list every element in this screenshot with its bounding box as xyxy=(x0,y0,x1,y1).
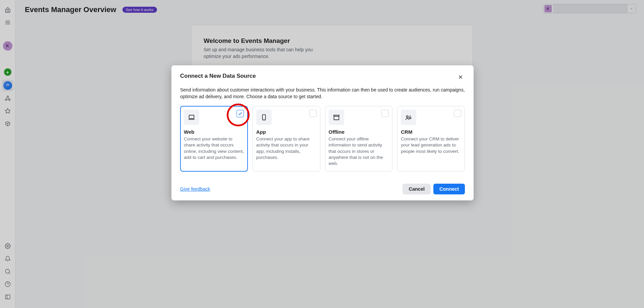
option-app-desc: Connect your app to share activity that … xyxy=(256,136,317,161)
option-crm-desc: Connect your CRM to deliver your lead ge… xyxy=(401,136,461,155)
close-icon xyxy=(458,74,464,80)
option-app-title: App xyxy=(256,129,317,135)
option-app-checkbox[interactable] xyxy=(309,110,317,117)
store-icon xyxy=(329,110,344,125)
check-icon xyxy=(238,111,243,116)
people-icon xyxy=(401,110,416,125)
modal-subtitle: Send information about customer interact… xyxy=(180,87,465,100)
option-web[interactable]: Web Connect your website to share activi… xyxy=(180,106,248,172)
connect-button[interactable]: Connect xyxy=(433,184,465,194)
option-offline-desc: Connect your offline information to send… xyxy=(329,136,389,167)
option-web-checkbox[interactable] xyxy=(236,110,244,117)
cancel-button[interactable]: Cancel xyxy=(402,184,431,194)
svg-rect-20 xyxy=(189,115,194,119)
phone-icon xyxy=(256,110,272,125)
option-crm-title: CRM xyxy=(401,129,461,135)
data-source-options: Web Connect your website to share activi… xyxy=(180,106,465,172)
option-app[interactable]: App Connect your app to share activity t… xyxy=(253,106,320,172)
option-crm-checkbox[interactable] xyxy=(454,110,461,117)
option-crm[interactable]: CRM Connect your CRM to deliver your lea… xyxy=(397,106,465,172)
option-web-title: Web xyxy=(184,129,244,135)
option-offline-checkbox[interactable] xyxy=(381,110,389,117)
connect-data-source-modal: Connect a New Data Source Send informati… xyxy=(171,65,474,200)
option-web-desc: Connect your website to share activity t… xyxy=(184,136,244,161)
give-feedback-link[interactable]: Give feedback xyxy=(180,186,210,192)
modal-title: Connect a New Data Source xyxy=(180,73,256,79)
option-offline-title: Offline xyxy=(329,129,389,135)
close-button[interactable] xyxy=(456,73,465,83)
option-offline[interactable]: Offline Connect your offline information… xyxy=(325,106,393,172)
svg-point-24 xyxy=(407,116,409,118)
laptop-icon xyxy=(184,110,199,125)
svg-point-25 xyxy=(409,117,411,119)
